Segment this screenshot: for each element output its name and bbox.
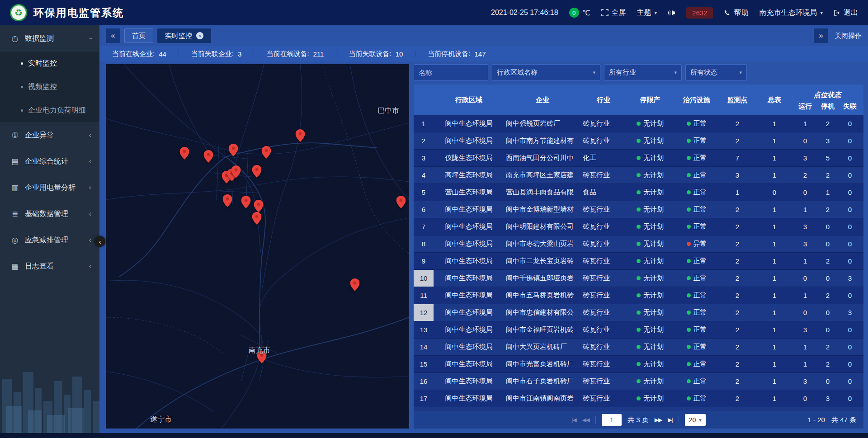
cell-facility: 正常: [674, 115, 719, 132]
cell-offline: 0: [839, 235, 861, 252]
sidebar-item-base-data-management[interactable]: ≣基础数据管理‹: [0, 201, 99, 227]
close-operations-button[interactable]: 关闭操作: [835, 32, 862, 40]
table-row[interactable]: 14阆中生态环境局阆中大兴页岩机砖厂砖瓦行业无计划正常21120: [414, 339, 863, 356]
cell-limit: 无计划: [626, 304, 674, 321]
table-row[interactable]: 10阆中生态环境局阆中千佛镇五郎垭页岩砖瓦行业无计划正常21003: [414, 270, 863, 287]
sidebar-item-data-monitoring[interactable]: ◷数据监测‹: [0, 25, 99, 52]
cell-meter: 1: [755, 304, 793, 321]
last-page-button[interactable]: ▶|: [668, 417, 672, 423]
table-row[interactable]: 1阆中生态环境局阆中强锐页岩砖厂砖瓦行业无计划正常21120: [414, 115, 863, 132]
table-row[interactable]: 2阆中生态环境局阆中市南方节能建材有砖瓦行业无计划正常21030: [414, 132, 863, 150]
sidebar-item-power-usage-analysis[interactable]: ▥企业用电量分析‹: [0, 174, 99, 201]
tab-home[interactable]: 首页: [124, 28, 153, 43]
map-pin[interactable]: [252, 212, 262, 226]
cell-monitor: 2: [719, 270, 755, 287]
fullscreen-button[interactable]: 全屏: [601, 8, 626, 18]
cell-facility: 正常: [674, 304, 719, 321]
theme-dropdown[interactable]: 主题 ▾: [637, 8, 657, 18]
table-row[interactable]: 6阆中生态环境局阆中市金博瑞新型墙材砖瓦行业无计划正常21120: [414, 201, 863, 218]
chevron-icon: ‹: [89, 131, 91, 139]
table-row[interactable]: 16阆中生态环境局阆中市石子页岩机砖厂砖瓦行业无计划正常21300: [414, 373, 863, 390]
map-pin[interactable]: [229, 144, 238, 158]
table-row[interactable]: 15阆中生态环境局阆中市光富页岩机砖厂砖瓦行业无计划正常21120: [414, 356, 863, 373]
cell-enterprise: 阆中市光富页岩机砖厂: [504, 356, 581, 372]
sidebar-subitem-video-monitoring[interactable]: 视频监控: [0, 75, 99, 99]
first-page-button[interactable]: |◀: [571, 417, 576, 423]
region-filter-select[interactable]: 行政区域名称 ▾: [492, 64, 600, 81]
help-button[interactable]: 帮助: [724, 8, 748, 18]
map-pin[interactable]: [396, 196, 406, 210]
page-size-select[interactable]: 20 ▾: [685, 414, 706, 426]
map-pin[interactable]: [262, 146, 271, 160]
logout-icon: [834, 9, 840, 16]
cell-meter: 1: [755, 253, 793, 269]
table-row[interactable]: 18南部生态环境局南部县双佛水泥有限公砖瓦行业无计划正常21030: [414, 407, 863, 411]
map-pin[interactable]: [252, 165, 262, 179]
page-number-input[interactable]: [602, 414, 622, 426]
collapse-map-button[interactable]: ‹: [94, 236, 105, 247]
alert-count-badge[interactable]: 2632: [686, 7, 713, 19]
table-row[interactable]: 3仪陇生态环境局西南油气田分公司川中化工无计划正常71350: [414, 150, 863, 167]
stat-label: 当前停机设备:: [428, 50, 470, 58]
table-row[interactable]: 7阆中生态环境局阆中明阳建材有限公司砖瓦行业无计划正常21300: [414, 218, 863, 235]
sidebar-item-enterprise-abnormal[interactable]: ①企业异常‹: [0, 122, 99, 148]
stat-label: 当前在线设备:: [266, 50, 309, 58]
cell-run: 0: [793, 304, 817, 321]
chevron-icon: ‹: [89, 262, 91, 270]
stat-item: 当前在线设备:211: [266, 50, 324, 58]
industry-filter-select[interactable]: 所有行业 ▾: [604, 64, 682, 81]
cell-industry: 砖瓦行业: [581, 167, 626, 184]
cell-meter: 1: [755, 356, 793, 372]
tab-realtime-monitoring[interactable]: 实时监控 ×: [157, 28, 211, 43]
stat-divider: [415, 50, 415, 57]
logout-button[interactable]: 退出: [834, 8, 858, 18]
bullet-icon: [21, 86, 23, 88]
table-row[interactable]: 11阆中生态环境局阆中市五马桥页岩机砖砖瓦行业无计划正常21120: [414, 287, 863, 304]
cell-filler: [861, 356, 863, 372]
next-page-button[interactable]: ▶▶: [655, 417, 662, 423]
cell-offline: 0: [839, 184, 861, 201]
map-pin[interactable]: [241, 196, 251, 210]
map-pin[interactable]: [231, 165, 241, 180]
tabs-scroll-right-button[interactable]: »: [814, 28, 828, 43]
stat-label: 当前失联设备:: [349, 50, 391, 58]
stat-value: 3: [238, 50, 241, 58]
prev-page-button[interactable]: ◀◀: [582, 417, 590, 423]
map-pin[interactable]: [180, 147, 189, 161]
sidebar-item-enterprise-statistics[interactable]: ▤企业综合统计‹: [0, 148, 99, 174]
cell-run: 0: [793, 407, 817, 411]
cell-monitor: 2: [719, 339, 755, 355]
pagination-range: 1 - 20 共 47 条: [808, 416, 856, 424]
sidebar-item-log-view[interactable]: ▦日志查看‹: [0, 253, 99, 279]
sidebar-subitem-power-load-detail[interactable]: 企业电力负荷明细: [0, 99, 99, 122]
sidebar-item-emergency-reduction[interactable]: ◎应急减排管理‹: [0, 227, 99, 253]
tab-bar-right: » 关闭操作: [814, 28, 862, 43]
org-dropdown[interactable]: 南充市生态环境局 ▾: [759, 8, 823, 18]
map-panel[interactable]: 巴中市南充市遂宁市: [106, 64, 409, 429]
table-row[interactable]: 13阆中生态环境局阆中市金福旺页岩机砖砖瓦行业无计划正常21300: [414, 321, 863, 339]
pagination-bar: |◀ ◀◀ 共 3 页 ▶▶ ▶| 20 ▾: [414, 411, 863, 429]
cell-stop: 2: [817, 167, 839, 184]
stat-divider: [254, 50, 254, 57]
map-pin[interactable]: [350, 278, 360, 293]
cell-industry: 砖瓦行业: [581, 218, 626, 235]
table-row[interactable]: 8阆中生态环境局阆中市枣碧大梁山页岩砖瓦行业无计划异常21300: [414, 235, 863, 253]
status-dot-icon: [637, 173, 641, 177]
table-row[interactable]: 9阆中生态环境局阆中市二龙长宝页岩砖砖瓦行业无计划正常21120: [414, 253, 863, 270]
name-filter-input[interactable]: [414, 64, 488, 81]
col-header-region: 行政区域: [434, 85, 504, 115]
status-filter-select[interactable]: 所有状态 ▾: [685, 64, 747, 81]
table-row[interactable]: 17阆中生态环境局阆中市江南镇阆南页岩砖瓦行业无计划正常21030: [414, 390, 863, 407]
table-row[interactable]: 12阆中生态环境局阆中市忠信建材有限公砖瓦行业无计划正常21003: [414, 304, 863, 321]
close-tab-icon[interactable]: ×: [196, 32, 203, 39]
map-pin[interactable]: [296, 129, 305, 144]
announcement-button[interactable]: [668, 9, 675, 16]
map-pin[interactable]: [223, 194, 232, 209]
status-dot-icon: [637, 345, 641, 349]
table-row[interactable]: 4高坪生态环境局南充市高坪区王家店建砖瓦行业无计划正常31220: [414, 167, 863, 184]
sidebar-subitem-realtime-monitoring[interactable]: 实时监控: [0, 52, 99, 75]
cell-industry: 砖瓦行业: [581, 390, 626, 407]
tabs-scroll-left-button[interactable]: «: [106, 28, 120, 43]
table-row[interactable]: 5营山生态环境局营山县润丰肉食品有限食品无计划正常10010: [414, 184, 863, 201]
map-pin[interactable]: [204, 150, 213, 165]
